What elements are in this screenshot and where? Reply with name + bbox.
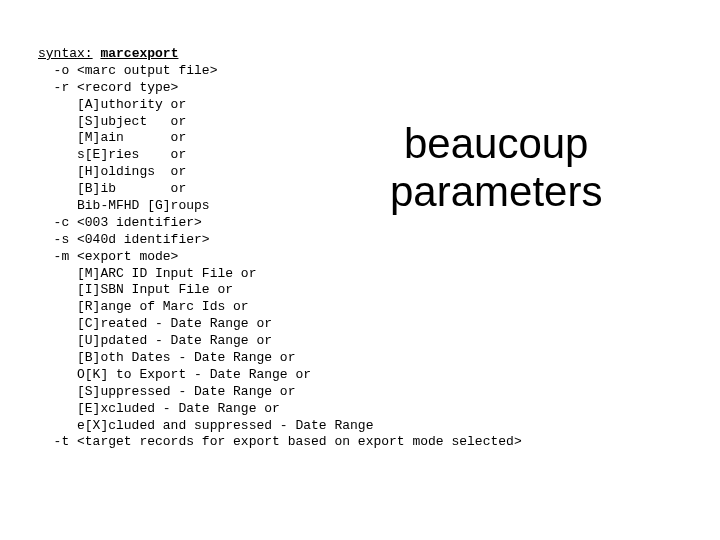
syntax-label: syntax: (38, 46, 93, 61)
syntax-line: [I]SBN Input File or (38, 282, 233, 297)
syntax-line: [B]ib or (38, 181, 186, 196)
syntax-line: -t <target records for export based on e… (38, 434, 522, 449)
syntax-line: [E]xcluded - Date Range or (38, 401, 280, 416)
syntax-line: [H]oldings or (38, 164, 186, 179)
syntax-line: Bib-MFHD [G]roups (38, 198, 210, 213)
syntax-line: -s <040d identifier> (38, 232, 210, 247)
syntax-line: -m <export mode> (38, 249, 178, 264)
syntax-line: [C]reated - Date Range or (38, 316, 272, 331)
syntax-line: [S]uppressed - Date Range or (38, 384, 295, 399)
callout-text: beaucoup parameters (390, 120, 602, 217)
syntax-line: O[K] to Export - Date Range or (38, 367, 311, 382)
syntax-line: e[X]cluded and suppressed - Date Range (38, 418, 373, 433)
syntax-line: -o <marc output file> (38, 63, 217, 78)
command-name: marcexport (100, 46, 178, 61)
syntax-line: [R]ange of Marc Ids or (38, 299, 249, 314)
syntax-line: [S]ubject or (38, 114, 186, 129)
syntax-line: s[E]ries or (38, 147, 186, 162)
syntax-line: [A]uthority or (38, 97, 186, 112)
syntax-line: [B]oth Dates - Date Range or (38, 350, 295, 365)
callout-line-2: parameters (390, 168, 602, 216)
syntax-line: -r <record type> (38, 80, 178, 95)
syntax-line: [U]pdated - Date Range or (38, 333, 272, 348)
syntax-line: -c <003 identifier> (38, 215, 202, 230)
syntax-line: [M]ARC ID Input File or (38, 266, 256, 281)
syntax-block: syntax: marcexport -o <marc output file>… (0, 0, 720, 451)
callout-line-1: beaucoup (390, 120, 602, 168)
syntax-line: [M]ain or (38, 130, 186, 145)
